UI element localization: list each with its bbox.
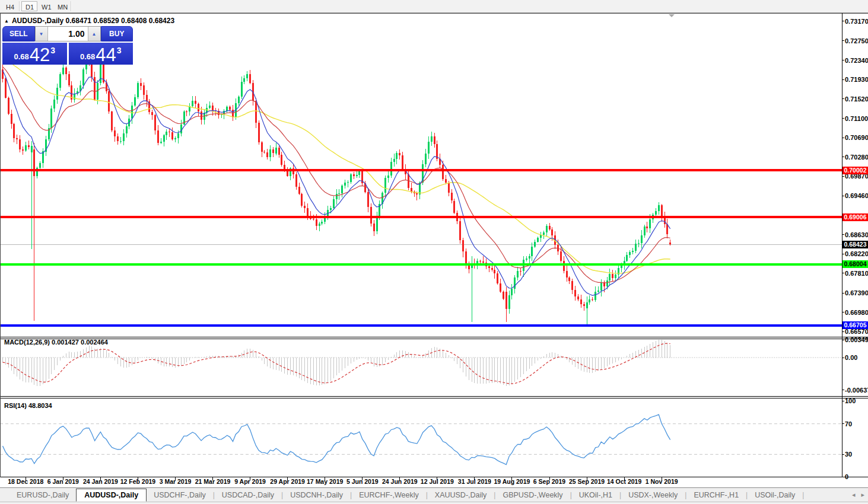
volume-decrease-button[interactable]: ▼: [36, 27, 48, 41]
price-badge: 0.68004: [842, 260, 868, 268]
price-tick-label: 0.68220: [845, 250, 868, 257]
sell-price-display[interactable]: 0.68423: [2, 43, 67, 65]
chevron-up-icon: ▲: [92, 31, 97, 37]
price-tick-label: 0.71100: [845, 115, 868, 122]
one-click-trading-panel: SELL ▼ ▲ BUY 0.68423 0.68443: [2, 26, 133, 65]
rsi-scale-label: 70: [845, 420, 868, 428]
timeframe-button-mn[interactable]: MN: [53, 1, 69, 11]
tab-audusd-daily[interactable]: AUDUSD-,Daily: [76, 489, 147, 502]
price-tick-label: 0.66570: [845, 328, 868, 335]
buy-price-display[interactable]: 0.68443: [69, 43, 133, 65]
buy-price-point: 3: [117, 46, 122, 55]
sell-price-pips: 42: [30, 47, 50, 63]
macd-scale-label: 0.00349: [845, 336, 868, 343]
symbol-header: ▲ AUDUSD-,Daily 0.68471 0.68529 0.68408 …: [4, 17, 174, 25]
price-tick-label: 0.70280: [845, 154, 868, 161]
rsi-indicator-label: RSI(14) 48.8034: [4, 402, 52, 409]
chart-tab-bar: EURUSD-,DailyAUDUSD-,DailyUSDCHF-,Daily|…: [0, 487, 868, 502]
price-tick-label: 0.72750: [845, 37, 868, 44]
price-badge: 0.69006: [842, 213, 868, 221]
chart-window: ▲ AUDUSD-,Daily 0.68471 0.68529 0.68408 …: [0, 13, 868, 504]
tab-usdx-weekly[interactable]: USDX-,Weekly: [621, 489, 685, 501]
price-tick-label: 0.71520: [845, 95, 868, 103]
tab-scroll-controls: ◂ ▸: [852, 488, 864, 502]
price-tick-label: 0.70690: [845, 134, 868, 141]
tab-usdcad-daily[interactable]: USDCAD-,Daily: [215, 489, 281, 501]
tab-eurchf-weekly[interactable]: EURCHF-,Weekly: [352, 489, 425, 501]
chart-plot-area[interactable]: [0, 14, 842, 478]
price-tick-label: 0.67390: [845, 289, 868, 296]
toolbar-separator: [19, 1, 20, 11]
timeframe-button-h4[interactable]: H4: [2, 1, 18, 11]
volume-input[interactable]: [48, 27, 88, 41]
toolbar-separator: [71, 1, 72, 11]
rsi-scale-label: 100: [845, 397, 868, 404]
price-tick-label: 0.66980: [845, 309, 868, 316]
application-window: H4D1W1MN ▲ AUDUSD-,Daily 0.68471 0.68529…: [0, 0, 868, 504]
price-tick-label: 0.68630: [845, 231, 868, 238]
macd-indicator-label: MACD(12,26,9) 0.001427 0.002464: [4, 339, 108, 346]
tab-usoil-daily[interactable]: USOil-,Daily: [748, 489, 802, 501]
chart-tabs: EURUSD-,DailyAUDUSD-,DailyUSDCHF-,Daily|…: [0, 488, 804, 502]
macd-scale-label: -0.00637: [845, 387, 868, 394]
volume-spinner: ▼ ▲: [35, 26, 101, 42]
symbol-title: AUDUSD-,Daily 0.68471 0.68529 0.68408 0.…: [12, 17, 174, 25]
chevron-down-icon: ▼: [39, 31, 44, 37]
tab-scroll-right-icon[interactable]: ▸: [861, 491, 864, 499]
timeframe-toolbar: H4D1W1MN: [0, 0, 868, 13]
price-badge: 0.70002: [842, 167, 868, 174]
buy-button[interactable]: BUY: [101, 26, 133, 42]
collapse-chart-icon[interactable]: ▲: [4, 18, 9, 24]
rsi-scale-label: 0: [845, 473, 868, 480]
tab-gbpusd-weekly[interactable]: GBPUSD-,Weekly: [495, 489, 570, 501]
price-tick-label: 0.71930: [845, 76, 868, 83]
buy-price-major: 0.68: [80, 52, 95, 61]
price-badge: 0.68423: [842, 241, 868, 248]
timeframe-button-w1[interactable]: W1: [37, 1, 53, 11]
macd-scale-label: 0.00: [845, 354, 868, 361]
price-tick-label: 0.69460: [845, 192, 868, 199]
timeframe-button-d1[interactable]: D1: [21, 1, 37, 11]
tab-separator: |: [802, 491, 804, 499]
sell-price-point: 3: [50, 46, 55, 55]
tab-usdcnh-daily[interactable]: USDCNH-,Daily: [283, 489, 350, 501]
tab-ukoil-h1[interactable]: UKOil-,H1: [572, 489, 619, 501]
buy-price-pips: 44: [96, 47, 116, 63]
price-tick-label: 0.72340: [845, 57, 868, 64]
sell-price-major: 0.68: [14, 52, 28, 61]
date-label: 1 Nov 2019: [637, 478, 686, 485]
price-tick-label: 0.73170: [845, 18, 868, 25]
tab-eurusd-daily[interactable]: EURUSD-,Daily: [9, 489, 76, 501]
tab-eurchf-h1[interactable]: EURCHF-,H1: [686, 489, 746, 501]
tab-xauusd-daily[interactable]: XAUUSD-,Daily: [428, 489, 494, 501]
price-badge: 0.66705: [842, 321, 868, 329]
volume-increase-button[interactable]: ▲: [88, 27, 100, 41]
tab-scroll-left-icon[interactable]: ◂: [852, 491, 856, 499]
timeframe-button-group: H4D1W1MN: [0, 0, 73, 12]
price-tick-label: 0.67810: [845, 270, 868, 277]
sell-button[interactable]: SELL: [2, 26, 35, 42]
rsi-scale-label: 30: [845, 451, 868, 458]
tab-usdchf-daily[interactable]: USDCHF-,Daily: [147, 489, 213, 501]
